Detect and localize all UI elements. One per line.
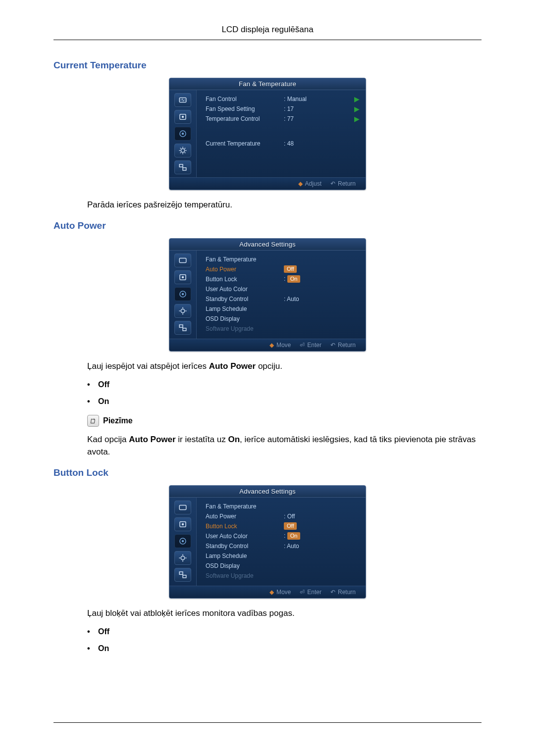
button-lock-description: Ļauj bloķēt vai atbloķēt ierīces monitor… [87,607,482,620]
auto-power-options-list: Off On [87,380,482,406]
list-item: On [87,397,482,406]
osd-row-user-auto-color: User Auto Color [206,284,360,294]
osd-footer: ◆Adjust ↶Return [169,177,366,190]
svg-point-13 [181,309,185,313]
svg-point-5 [181,149,185,152]
osd-footer: ◆Move ⏎Enter ↶Return [169,586,366,598]
svg-rect-22 [179,572,183,574]
svg-point-20 [182,540,184,542]
osd-row-fan-control: Fan Control : Manual ▶ [206,94,360,104]
setup-icon [174,144,191,157]
osd-footer: ◆Move ⏎Enter ↶Return [169,339,366,351]
multi-icon [174,160,191,174]
svg-point-18 [182,523,184,525]
auto-power-description: Ļauj iespējot vai atspējot ierīces Auto … [87,360,482,373]
svg-rect-6 [179,164,183,167]
osd-row-lamp-schedule: Lamp Schedule [206,551,360,561]
osd-row-auto-power: Auto Power : Off [206,511,360,521]
osd-row-software-upgrade: Software Upgrade [206,324,360,334]
osd-title: Advanced Settings [169,239,366,251]
osd-side-icons [169,498,197,586]
page-footer-rule [54,722,482,733]
sound-icon [174,287,191,301]
input-icon [174,501,191,514]
svg-rect-15 [183,328,186,330]
sound-icon [174,127,191,141]
note-icon [87,415,99,427]
svg-rect-23 [183,575,186,577]
osd-row-standby-control: Standby Control : Auto [206,541,360,551]
section-title-current-temperature: Current Temperature [54,60,482,71]
osd-row-button-lock: Button Lock Off [206,521,360,531]
picture-icon [174,517,191,531]
osd-side-icons [169,90,197,177]
triangle-right-icon: ▶ [354,105,360,113]
svg-rect-16 [179,505,186,509]
picture-icon [174,110,191,124]
triangle-right-icon: ▶ [354,115,360,123]
osd-row-temp-control: Temperature Control : 77 ▶ [206,114,360,124]
osd-footer-move: ◆Move [269,589,291,596]
osd-title: Fan & Temperature [169,78,366,90]
osd-row-button-lock: Button Lock : On [206,274,360,284]
osd-row-lamp-schedule: Lamp Schedule [206,304,360,314]
osd-row-osd-display: OSD Display [206,561,360,571]
osd-row-standby-control: Standby Control : Auto [206,294,360,304]
osd-footer-return: ↶Return [330,342,356,349]
svg-point-21 [181,556,185,560]
triangle-right-icon: ▶ [354,95,360,103]
osd-footer-return: ↶Return [330,180,356,187]
button-lock-options-list: Off On [87,627,482,653]
input-icon [174,93,191,107]
setup-icon [174,304,191,318]
osd-row-current-temp: Current Temperature : 48 [206,139,360,149]
auto-power-note-body: Kad opcija Auto Power ir iestatīta uz On… [87,434,482,458]
osd-footer-adjust: ◆Adjust [298,180,321,187]
setup-icon [174,551,191,565]
osd-footer-enter: ⏎Enter [300,589,321,596]
svg-rect-7 [183,168,186,170]
osd-row-osd-display: OSD Display [206,314,360,324]
picture-icon [174,270,191,284]
osd-row-software-upgrade: Software Upgrade [206,571,360,581]
section-title-button-lock: Button Lock [54,467,482,478]
osd-footer-enter: ⏎Enter [300,342,321,349]
osd-row-auto-power: Auto Power Off [206,264,360,274]
section-title-auto-power: Auto Power [54,220,482,231]
osd-row-fan-temp: Fan & Temperature [206,502,360,511]
osd-row-fan-speed: Fan Speed Setting : 17 ▶ [206,104,360,114]
svg-point-2 [182,116,184,118]
osd-row-user-auto-color: User Auto Color : On [206,531,360,541]
svg-rect-8 [179,258,186,262]
osd-side-icons [169,251,197,339]
multi-icon [174,321,191,335]
osd-advanced-buttonlock-screenshot: Advanced Settings Fan & Temperature Auto… [54,485,482,599]
list-item: On [87,644,482,653]
osd-footer-move: ◆Move [269,342,291,349]
page-title: LCD displeja regulēšana [54,25,482,40]
input-icon [174,253,191,267]
svg-point-12 [182,293,184,295]
svg-point-4 [182,133,184,135]
osd-footer-return: ↶Return [330,589,356,596]
osd-fan-temperature-screenshot: Fan & Temperature Fan Control : Manual ▶ [54,78,482,190]
svg-point-10 [182,276,184,278]
list-item: Off [87,627,482,636]
svg-rect-14 [179,325,183,327]
osd-title: Advanced Settings [169,486,366,498]
current-temperature-description: Parāda ierīces pašreizējo temperatūru. [87,199,482,211]
osd-row-fan-temp: Fan & Temperature [206,254,360,264]
osd-advanced-autopower-screenshot: Advanced Settings Fan & Temperature Auto… [54,238,482,352]
list-item: Off [87,380,482,389]
note-heading: Piezīme [87,415,482,427]
multi-icon [174,568,191,582]
sound-icon [174,534,191,548]
